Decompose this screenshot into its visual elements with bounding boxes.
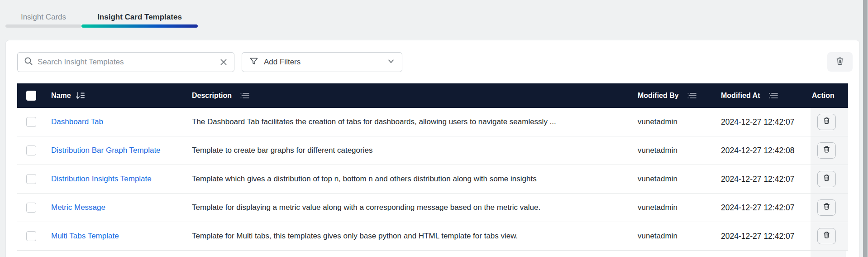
search-icon [24,57,33,68]
trash-icon [822,231,831,242]
row-checkbox[interactable] [26,117,36,127]
column-header-action: Action [811,92,848,100]
content-card: Add Filters Name [5,40,860,257]
template-name-link[interactable]: Multi Tabs Template [51,232,119,241]
row-checkbox-cell [17,108,41,136]
template-name-cell: Multi Tabs Template [41,222,192,250]
table-body: Dashboard Tab The Dashboard Tab facilita… [17,108,848,251]
modified-at-cell: 2024-12-27 12:42:07 [719,165,811,193]
template-name-link[interactable]: Dashboard Tab [51,117,103,126]
template-name-cell: Metric Message [41,194,192,222]
modified-by-cell: vunetadmin [638,222,719,250]
row-checkbox[interactable] [26,174,36,184]
column-label: Modified At [721,92,760,100]
action-cell [811,165,848,193]
template-description-cell: The Dashboard Tab facilitates the creati… [192,108,638,136]
modified-at-cell: 2024-12-27 12:42:07 [719,194,811,222]
trash-icon [822,202,831,213]
filter-funnel-icon [249,57,258,68]
template-name-link[interactable]: Distribution Bar Graph Template [51,146,161,155]
row-checkbox[interactable] [26,145,36,155]
list-filter-icon[interactable] [240,92,250,100]
delete-row-button[interactable] [817,228,836,244]
modified-by-cell: vunetadmin [638,194,719,222]
vertical-scrollbar-thumb[interactable] [863,0,868,257]
chevron-down-icon [387,58,395,67]
modified-by-cell: vunetadmin [638,165,719,193]
delete-row-button[interactable] [817,142,836,159]
table-row: Metric Message Template for displaying a… [17,194,848,222]
action-cell [811,222,848,250]
column-header-name[interactable]: Name [41,92,192,100]
table-row: Distribution Bar Graph Template Template… [17,136,848,165]
template-description-cell: Template for Multi tabs, this templates … [192,222,638,250]
table-row: Distribution Insights Template Template … [17,165,848,194]
trash-icon [822,116,831,127]
select-all-checkbox[interactable] [26,91,36,101]
row-checkbox-cell [17,194,41,222]
search-box[interactable] [17,52,234,72]
delete-row-button[interactable] [817,171,836,187]
modified-by-cell: vunetadmin [638,108,719,136]
column-label: Description [192,92,232,100]
row-checkbox[interactable] [26,203,36,213]
tab-underline-inactive [5,24,81,28]
table-header: Name Description [17,83,848,108]
row-checkbox-cell [17,136,41,165]
insight-templates-screen: Insight Cards Insight Card Templates [0,0,868,257]
action-cell [811,194,848,222]
template-name-link[interactable]: Distribution Insights Template [51,175,152,184]
sort-descending-icon[interactable] [76,92,85,100]
action-cell [811,136,848,165]
add-filters-label: Add Filters [264,58,387,67]
delete-row-button[interactable] [817,199,836,216]
template-name-cell: Distribution Bar Graph Template [41,136,192,165]
modified-at-cell: 2024-12-27 12:42:08 [719,136,811,165]
list-filter-icon[interactable] [768,92,778,100]
table-row: Multi Tabs Template Template for Multi t… [17,222,848,251]
action-column-background [811,251,846,257]
tab-underline-active [81,24,198,28]
modified-at-cell: 2024-12-27 12:42:07 [719,222,811,250]
trash-icon [822,145,831,156]
template-name-cell: Distribution Insights Template [41,165,192,193]
column-label: Action [812,92,835,100]
delete-row-button[interactable] [817,114,836,130]
clear-search-icon[interactable] [219,58,228,66]
tab-insight-card-templates[interactable]: Insight Card Templates [81,12,198,22]
trash-icon [822,174,831,184]
table-row: Dashboard Tab The Dashboard Tab facilita… [17,108,848,136]
column-header-modified-by[interactable]: Modified By [638,92,719,100]
tab-insight-cards[interactable]: Insight Cards [5,12,81,22]
tab-bar: Insight Cards Insight Card Templates [0,0,868,40]
header-checkbox-cell [17,91,41,101]
row-checkbox-cell [17,165,41,193]
add-filters-dropdown[interactable]: Add Filters [242,52,402,72]
template-name-cell: Dashboard Tab [41,108,192,136]
column-label: Name [51,92,71,100]
modified-at-cell: 2024-12-27 12:42:07 [719,108,811,136]
bulk-delete-button[interactable] [827,52,853,72]
template-description-cell: Template which gives a distribution of t… [192,165,638,193]
row-checkbox[interactable] [26,231,36,241]
column-header-modified-at[interactable]: Modified At [719,92,811,100]
row-checkbox-cell [17,222,41,250]
template-name-link[interactable]: Metric Message [51,203,105,212]
list-filter-icon[interactable] [687,92,697,100]
search-input[interactable] [38,58,219,67]
template-description-cell: Template to create bar graphs for differ… [192,136,638,165]
trash-icon [835,56,845,68]
template-description-cell: Template for displaying a metric value a… [192,194,638,222]
column-header-description[interactable]: Description [192,92,638,100]
modified-by-cell: vunetadmin [638,136,719,165]
column-label: Modified By [638,92,679,100]
vertical-scrollbar-track[interactable] [863,0,868,257]
action-cell [811,108,848,136]
